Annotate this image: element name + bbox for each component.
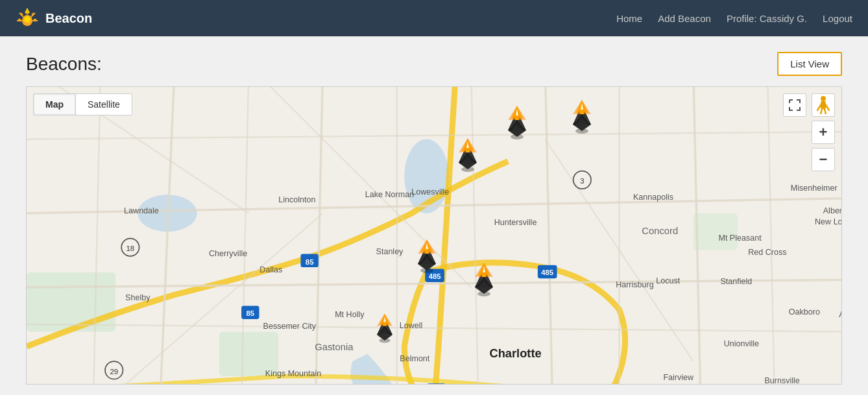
svg-text:Harrisburg: Harrisburg <box>616 280 654 289</box>
header: Beacon Home Add Beacon Profile: Cassidy … <box>0 0 868 36</box>
svg-text:Mt Holly: Mt Holly <box>335 310 365 319</box>
nav-logout[interactable]: Logout <box>823 13 852 24</box>
svg-point-115 <box>821 96 826 101</box>
svg-rect-43 <box>427 383 446 384</box>
svg-text:Albemarle: Albemarle <box>823 206 841 215</box>
svg-marker-170 <box>475 287 493 294</box>
beacon-marker-2[interactable] <box>453 138 479 164</box>
svg-text:Charlotte: Charlotte <box>490 346 542 360</box>
svg-text:Misenheimer: Misenheimer <box>791 184 838 193</box>
map-type-satellite-button[interactable]: Satellite <box>76 94 132 115</box>
zoom-out-button[interactable]: − <box>812 148 835 171</box>
svg-text:Stanfield: Stanfield <box>720 277 752 286</box>
svg-text:Lawndale: Lawndale <box>124 206 159 215</box>
pegman-icon <box>817 96 830 114</box>
svg-marker-134 <box>459 163 477 169</box>
map-roads-svg: 485 485 485 85 85 77 3 18 29 <box>27 87 841 384</box>
svg-text:Locust: Locust <box>656 276 680 285</box>
map-container[interactable]: 485 485 485 85 85 77 3 18 29 <box>26 86 842 385</box>
svg-line-118 <box>826 105 829 110</box>
zoom-in-button[interactable]: + <box>812 121 835 144</box>
map-type-map-button[interactable]: Map <box>34 94 75 115</box>
beacon-marker-4[interactable] <box>568 100 594 126</box>
svg-text:Cherryville: Cherryville <box>209 249 247 258</box>
svg-marker-122 <box>418 264 436 270</box>
map-background: 485 485 485 85 85 77 3 18 29 <box>27 87 841 384</box>
svg-text:Kings Mountain: Kings Mountain <box>265 369 322 378</box>
svg-text:Lowesville: Lowesville <box>411 187 449 197</box>
beacon-marker-3[interactable] <box>503 106 529 132</box>
svg-text:Belmont: Belmont <box>400 354 430 363</box>
svg-text:Oakboro: Oakboro <box>789 307 820 317</box>
svg-text:Red Cross: Red Cross <box>748 248 786 257</box>
page-header: Beacons: List View <box>26 52 842 76</box>
svg-text:29: 29 <box>110 368 118 376</box>
svg-text:Concord: Concord <box>642 226 678 236</box>
svg-text:485: 485 <box>541 269 554 276</box>
svg-text:Stanley: Stanley <box>376 247 404 256</box>
svg-text:Mt Pleasant: Mt Pleasant <box>718 233 762 243</box>
beacon-marker-1[interactable] <box>413 239 439 265</box>
svg-rect-19 <box>27 272 115 331</box>
svg-text:85: 85 <box>246 309 254 317</box>
svg-rect-20 <box>693 213 738 250</box>
svg-text:485: 485 <box>429 272 442 280</box>
svg-line-117 <box>817 105 821 110</box>
app-title: Beacon <box>45 11 92 26</box>
svg-text:85: 85 <box>306 258 314 266</box>
list-view-button[interactable]: List View <box>777 52 842 76</box>
main-content: Beacons: List View <box>0 36 868 395</box>
svg-line-120 <box>825 109 826 114</box>
beacon-logo-icon <box>16 6 39 30</box>
pegman-button[interactable] <box>812 93 835 117</box>
svg-line-119 <box>821 109 822 114</box>
svg-text:Dallas: Dallas <box>259 265 282 274</box>
fullscreen-button[interactable] <box>783 93 806 117</box>
main-nav: Home Add Beacon Profile: Cassidy G. Logo… <box>616 13 852 24</box>
svg-text:Shelby: Shelby <box>125 293 151 302</box>
svg-text:Aquadale: Aquadale <box>839 310 841 319</box>
svg-marker-158 <box>573 125 591 131</box>
svg-text:Lincolnton: Lincolnton <box>278 195 315 204</box>
page-title: Beacons: <box>26 54 102 75</box>
svg-point-8 <box>24 16 30 23</box>
svg-text:Kannapolis: Kannapolis <box>633 193 673 202</box>
svg-text:18: 18 <box>127 245 135 252</box>
fullscreen-icon <box>789 99 801 111</box>
svg-text:Lowell: Lowell <box>400 321 423 330</box>
nav-profile[interactable]: Profile: Cassidy G. <box>727 13 807 24</box>
nav-add-beacon[interactable]: Add Beacon <box>658 13 711 24</box>
svg-text:Bessemer City: Bessemer City <box>263 322 317 331</box>
svg-text:Huntersville: Huntersville <box>494 218 537 227</box>
svg-text:Lake Norman: Lake Norman <box>365 190 414 199</box>
nav-home[interactable]: Home <box>616 13 642 24</box>
svg-text:Fairview: Fairview <box>663 373 694 382</box>
beacon-marker-5[interactable] <box>470 263 496 289</box>
svg-text:New London: New London <box>815 217 841 226</box>
beacon-marker-6[interactable] <box>372 313 398 339</box>
svg-text:Burnsville: Burnsville <box>764 376 799 384</box>
svg-marker-146 <box>508 130 526 137</box>
header-left: Beacon <box>16 6 92 30</box>
map-controls: + − <box>812 93 835 171</box>
svg-text:Unionville: Unionville <box>724 339 759 348</box>
map-type-controls: Map Satellite <box>33 93 132 115</box>
svg-text:Gastonia: Gastonia <box>315 342 354 352</box>
svg-marker-182 <box>377 335 392 341</box>
svg-text:3: 3 <box>580 177 584 185</box>
